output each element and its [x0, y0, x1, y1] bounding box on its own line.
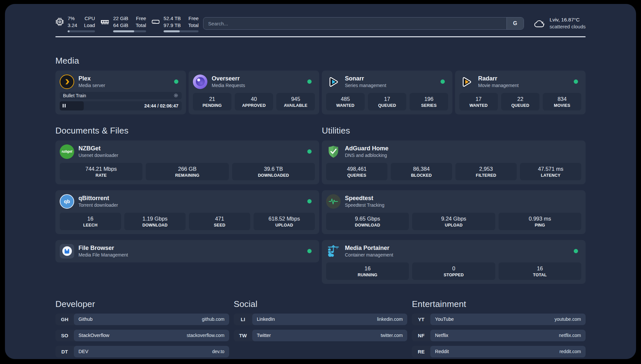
section-title-entertainment: Entertainment	[412, 299, 586, 309]
cloud-icon	[533, 18, 546, 29]
app-card-overseerr[interactable]: Overseerr Media Requests 21 PENDING 40 A…	[189, 71, 319, 114]
memory-free-label: Free	[133, 15, 146, 22]
memory-total-value: 64 GiB	[113, 22, 128, 29]
pause-icon	[63, 104, 66, 107]
bookmarks-social: Social LI LinkedIn linkedin.com TW Twitt…	[234, 299, 408, 357]
stat-label: BLOCKED	[392, 173, 451, 178]
stat-tile: 834 MOVIES	[543, 93, 581, 110]
status-dot	[574, 249, 578, 253]
app-card-plex[interactable]: Plex Media server Bullet Train	[55, 71, 186, 114]
radarr-icon	[459, 75, 474, 89]
stat-value: 618.52 Mbps	[255, 216, 314, 222]
bookmark-url: youtube.com	[555, 317, 581, 322]
app-name: Speedtest	[345, 195, 384, 202]
gear-icon[interactable]	[173, 93, 178, 98]
bookmark-linkedin[interactable]: LI LinkedIn linkedin.com	[234, 314, 408, 325]
bookmark-abbr: TW	[234, 330, 252, 341]
stat-label: DOWNLOAD	[126, 223, 184, 228]
app-card-adguard[interactable]: AdGuard Home DNS and adblocking 498,461 …	[322, 140, 586, 184]
bookmark-url: reddit.com	[560, 349, 581, 354]
bookmarks-developer: Developer GH Github github.com SO StackO…	[55, 299, 229, 357]
bookmark-netflix[interactable]: NF Netflix netflix.com	[412, 330, 586, 341]
bookmark-name: Github	[78, 317, 93, 322]
app-name: Overseerr	[212, 75, 245, 82]
status-dot	[441, 79, 445, 84]
bookmark-youtube[interactable]: YT YouTube youtube.com	[412, 314, 586, 325]
header-divider	[55, 36, 586, 37]
memory-progressbar	[113, 30, 146, 32]
app-name: NZBGet	[78, 145, 118, 152]
stat-label: RUNNING	[327, 273, 408, 277]
search-input[interactable]	[203, 17, 506, 29]
section-title-documents: Documents & Files	[55, 126, 319, 136]
stat-value: 39.6 TB	[233, 166, 314, 172]
stat-label: WANTED	[327, 103, 363, 108]
status-dot	[307, 79, 312, 84]
stat-tile: 39.6 TB DOWNLOADED	[232, 163, 315, 180]
stat-value: 16	[500, 265, 580, 272]
app-card-speedtest[interactable]: Speedtest Speedtest Tracking 9.65 Gbps D…	[322, 190, 586, 234]
adguard-icon	[326, 144, 341, 159]
app-subtitle: Series management	[345, 83, 386, 88]
app-subtitle: Movie management	[478, 83, 519, 88]
stat-value: 498,461	[327, 166, 386, 172]
stat-value: 21	[194, 96, 230, 102]
stat-label: SEED	[190, 223, 249, 228]
app-subtitle: Media server	[78, 83, 105, 88]
section-title-utilities: Utilities	[322, 126, 586, 136]
stat-value: 22	[503, 96, 538, 102]
stat-label: STOPPED	[413, 273, 494, 277]
weather-location: Lviv, 16.87°C	[550, 16, 586, 23]
media-row: Plex Media server Bullet Train	[55, 71, 586, 114]
stat-tile: 266 GB REMAINING	[146, 163, 229, 180]
stat-tile: 16 LEECH	[60, 213, 121, 230]
stat-value: 16	[327, 265, 408, 272]
bookmark-reddit[interactable]: RE Reddit reddit.com	[412, 346, 586, 357]
stat-value: 471	[190, 216, 249, 222]
bookmark-url: netflix.com	[559, 333, 581, 338]
app-card-sonarr[interactable]: Sonarr Series management 485 WANTED 17 Q…	[322, 71, 452, 114]
stat-tile: 498,461 QUERIES	[326, 163, 387, 180]
app-subtitle: Media File Management	[78, 252, 128, 258]
stat-value: 945	[278, 96, 314, 102]
bookmark-github[interactable]: GH Github github.com	[55, 314, 229, 325]
status-dot	[307, 149, 312, 154]
now-playing-row: Bullet Train	[60, 92, 182, 99]
bookmark-twitter[interactable]: TW Twitter twitter.com	[234, 330, 408, 341]
stat-tile: 9.65 Gbps DOWNLOAD	[326, 213, 409, 230]
app-card-qbittorrent[interactable]: qb qBittorrent Torrent downloader 16 LEE…	[55, 190, 319, 234]
app-card-portainer[interactable]: Media Portainer Container management 16 …	[322, 240, 586, 284]
now-playing-time: 24:44 / 02:06:47	[144, 101, 178, 110]
stat-label: LATENCY	[521, 173, 580, 178]
search-engine-button[interactable]: G	[506, 17, 524, 29]
app-card-radarr[interactable]: Radarr Movie management 17 WANTED 22 QUE…	[455, 71, 586, 114]
stat-tile: 9.24 Gbps UPLOAD	[412, 213, 495, 230]
bookmark-name: DEV	[78, 349, 88, 354]
storage-stat: 52.4 TB 97.9 TB Free Total	[151, 15, 198, 32]
bookmark-dev[interactable]: DT DEV dev.to	[55, 346, 229, 357]
status-dot	[307, 199, 312, 203]
status-dot	[174, 79, 178, 84]
bookmark-stackoverflow[interactable]: SO StackOverflow stackoverflow.com	[55, 330, 229, 341]
stat-value: 9.24 Gbps	[413, 216, 494, 222]
app-card-nzbget[interactable]: nzbget NZBGet Usenet downloader 744.21 M…	[55, 140, 319, 184]
stat-label: UPLOAD	[413, 223, 494, 228]
stat-tile: 47.571 ms LATENCY	[520, 163, 581, 180]
app-card-filebrowser[interactable]: File Browser Media File Management	[55, 240, 319, 262]
app-subtitle: Torrent downloader	[78, 202, 118, 208]
stat-label: DOWNLOADED	[233, 173, 314, 178]
memory-stat: 22 GiB 64 GiB Free Total	[100, 15, 146, 32]
stat-label: PENDING	[194, 103, 230, 108]
stat-tile: 21 PENDING	[193, 93, 231, 110]
cpu-progress-fill	[68, 30, 70, 32]
sonarr-icon	[326, 75, 341, 89]
stat-tile: 618.52 Mbps UPLOAD	[254, 213, 315, 230]
stat-value: 16	[61, 216, 120, 222]
stat-value: 196	[411, 96, 447, 102]
bookmark-name: YouTube	[435, 317, 454, 322]
bookmark-url: dev.to	[212, 349, 225, 354]
bookmark-abbr: NF	[412, 330, 430, 341]
stat-tile: 1.19 Gbps DOWNLOAD	[124, 213, 186, 230]
stat-label: SERIES	[411, 103, 447, 108]
stat-value: 0.993 ms	[500, 216, 580, 222]
